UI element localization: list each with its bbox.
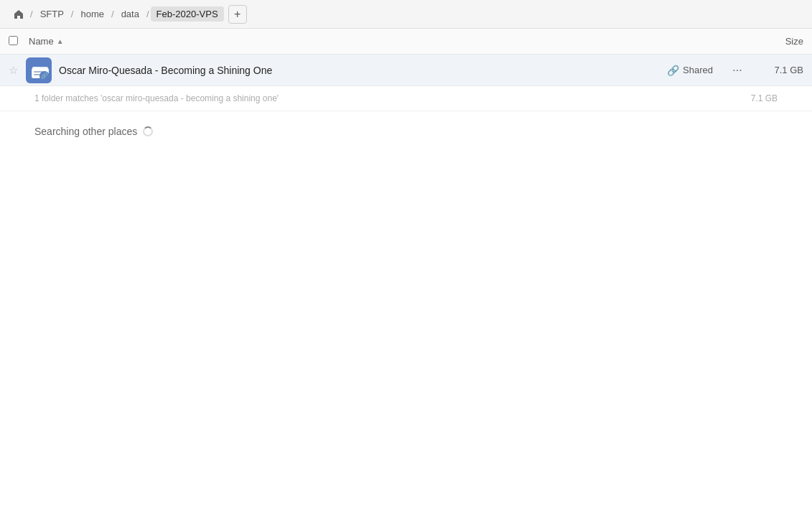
breadcrumb-data[interactable]: data xyxy=(116,6,145,22)
breadcrumb-feb-2020-vps[interactable]: Feb-2020-VPS xyxy=(151,6,224,22)
more-options-button[interactable]: ··· xyxy=(727,60,747,80)
select-all-checkbox[interactable] xyxy=(9,36,29,47)
top-bar: / SFTP / home / data / Feb-2020-VPS + xyxy=(0,0,812,29)
checkbox-all[interactable] xyxy=(9,36,18,45)
shared-badge: 🔗 Shared xyxy=(667,65,713,76)
searching-label: Searching other places xyxy=(34,126,778,137)
add-tab-button[interactable]: + xyxy=(228,5,247,24)
file-row[interactable]: ☆ 🔗 Oscar Miro-Quesada - Becoming a Shin… xyxy=(0,55,812,86)
search-match-text: 1 folder matches 'oscar miro-quesada - b… xyxy=(34,93,279,103)
column-header: Name ▲ Size xyxy=(0,29,812,55)
name-column-header[interactable]: Name ▲ xyxy=(29,36,746,47)
breadcrumb-sep-1: / xyxy=(30,9,33,19)
search-total-size: 7.1 GB xyxy=(751,93,778,103)
breadcrumb-sep-3: / xyxy=(111,9,114,19)
loading-spinner xyxy=(143,126,153,136)
search-info-bar: 1 folder matches 'oscar miro-quesada - b… xyxy=(0,86,812,111)
breadcrumb-sep-2: / xyxy=(71,9,74,19)
sort-icon: ▲ xyxy=(57,37,64,45)
folder-icon: 🔗 xyxy=(26,57,52,83)
home-button[interactable] xyxy=(9,4,29,24)
size-column-header: Size xyxy=(746,36,803,47)
star-button[interactable]: ☆ xyxy=(9,64,26,77)
breadcrumb-sftp[interactable]: SFTP xyxy=(34,6,70,22)
file-name: Oscar Miro-Quesada - Becoming a Shining … xyxy=(59,65,667,76)
shared-label: Shared xyxy=(683,65,713,75)
shared-link-icon: 🔗 xyxy=(667,65,679,76)
searching-section: Searching other places xyxy=(0,111,812,152)
file-size: 7.1 GB xyxy=(753,65,803,75)
breadcrumb-sep-4: / xyxy=(146,9,149,19)
breadcrumb-home[interactable]: home xyxy=(75,6,110,22)
